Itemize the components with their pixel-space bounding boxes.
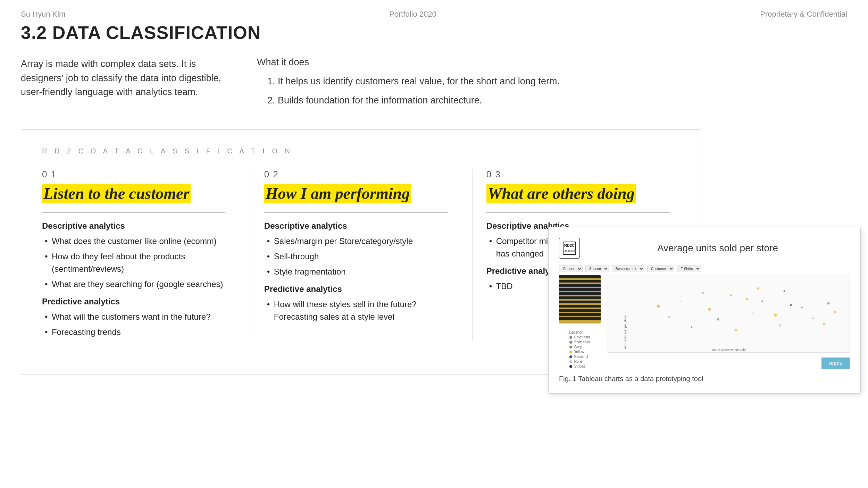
col1-predictive-label: Predictive analytics bbox=[42, 297, 225, 306]
svg-rect-8 bbox=[559, 292, 601, 295]
col1-d-item-2: How do they feel about the products (sen… bbox=[42, 250, 225, 275]
scatter-dot bbox=[730, 294, 732, 296]
svg-rect-11 bbox=[559, 305, 601, 308]
legend-color-data: Color data bbox=[569, 335, 591, 339]
scatter-dot bbox=[657, 305, 660, 308]
col2-descriptive-list: Sales/margin per Store/category/style Se… bbox=[264, 235, 448, 278]
legend-title: Legend: bbox=[569, 330, 591, 334]
svg-text:RD2C: RD2C bbox=[564, 243, 575, 247]
apply-button[interactable]: apply bbox=[821, 357, 850, 369]
tableau-chart-title: Average units sold per store bbox=[585, 243, 850, 254]
rd2c-logo: RD2C By McKinsey bbox=[559, 238, 580, 259]
col-sep-1 bbox=[250, 169, 250, 341]
col1-title: Listen to the customer bbox=[42, 184, 191, 203]
scatter-dot bbox=[834, 311, 836, 313]
col2-d-item-3: Style fragmentation bbox=[264, 266, 448, 278]
tableau-overlay: RD2C By McKinsey Average units sold per … bbox=[548, 227, 861, 394]
x-axis-label: No. of stores where sold bbox=[712, 348, 745, 352]
legend-pattern1: Pattern 1 bbox=[569, 355, 591, 359]
svg-rect-13 bbox=[559, 313, 601, 316]
legend-grey: Grey bbox=[569, 345, 591, 349]
col2-p-item-1: How will these styles sell in the future… bbox=[264, 298, 448, 323]
what-it-does-title: What it does bbox=[257, 57, 847, 68]
portfolio-label: Portfolio 2020 bbox=[389, 10, 436, 19]
scatter-chart: Avg. units sold per store No. of stores … bbox=[608, 275, 850, 353]
legend: Legend: Color data Style color Grey Yell… bbox=[569, 330, 591, 369]
col2-title: How I am performing bbox=[264, 184, 411, 203]
svg-rect-7 bbox=[559, 288, 601, 291]
col1-d-item-3: What are they searching for (google sear… bbox=[42, 278, 225, 291]
shirt-svg bbox=[559, 275, 601, 323]
col1-title-wrapper: Listen to the customer bbox=[42, 183, 225, 204]
svg-rect-12 bbox=[559, 309, 601, 312]
confidential-label: Proprietary & Confidential bbox=[760, 10, 847, 19]
tableau-caption: Fig. 1 Tableau charts as a data prototyp… bbox=[559, 375, 850, 383]
col2-title-wrapper: How I am performing bbox=[264, 183, 448, 204]
scatter-dot bbox=[708, 308, 711, 311]
legend-stripes: Stripes bbox=[569, 364, 591, 368]
card-label: R D 2 C D A T A C L A S S I F I C A T I … bbox=[42, 147, 680, 155]
svg-text:By McKinsey: By McKinsey bbox=[562, 249, 576, 252]
col-sep-2 bbox=[472, 169, 473, 341]
col3-title: What are others doing bbox=[486, 184, 636, 203]
scatter-dot bbox=[735, 329, 737, 331]
intro-section: Array is made with complex data sets. It… bbox=[21, 57, 847, 112]
col1-predictive-list: What will the customers want in the futu… bbox=[42, 311, 225, 338]
scatter-dot bbox=[790, 304, 792, 306]
col1-d-item-1: What does the customer like online (ecom… bbox=[42, 235, 225, 247]
svg-rect-4 bbox=[559, 275, 601, 278]
intro-list-item-2: Builds foundation for the information ar… bbox=[278, 93, 847, 108]
col2-predictive-list: How will these styles sell in the future… bbox=[264, 298, 448, 323]
svg-rect-10 bbox=[559, 301, 601, 303]
shirt-image bbox=[559, 275, 601, 323]
scatter-dot bbox=[778, 324, 781, 327]
col1-p-item-1: What will the customers want in the futu… bbox=[42, 311, 225, 323]
scatter-dot bbox=[757, 287, 759, 289]
scatter-dot bbox=[668, 316, 670, 318]
scatter-dot bbox=[823, 323, 825, 325]
scatter-dot bbox=[745, 298, 748, 300]
page-content: 3.2 DATA CLASSIFICATION Array is made wi… bbox=[0, 22, 868, 396]
category-filter[interactable]: T-Shirts bbox=[677, 266, 701, 272]
legend-none: None bbox=[569, 360, 591, 363]
scatter-dot bbox=[752, 312, 754, 314]
tableau-chart-area: Legend: Color data Style color Grey Yell… bbox=[559, 275, 850, 369]
gender-filter[interactable]: Gender bbox=[559, 266, 583, 272]
col1-descriptive-list: What does the customer like online (ecom… bbox=[42, 235, 225, 291]
col3-number: 0 3 bbox=[486, 169, 670, 180]
season-filter[interactable]: Season bbox=[585, 266, 609, 272]
col3-divider bbox=[486, 212, 670, 213]
top-bar: Su Hyun Kim Portfolio 2020 Proprietary &… bbox=[0, 0, 868, 22]
col1-p-item-2: Forecasting trends bbox=[42, 326, 225, 338]
legend-yellow: Yellow bbox=[569, 350, 591, 354]
scatter-dot bbox=[774, 313, 777, 317]
col3-title-wrapper: What are others doing bbox=[486, 183, 670, 204]
scatter-dot bbox=[717, 318, 719, 321]
col2-descriptive-label: Descriptive analytics bbox=[264, 221, 448, 231]
intro-left: Array is made with complex data sets. It… bbox=[21, 57, 222, 112]
svg-rect-14 bbox=[559, 317, 601, 320]
scatter-dot bbox=[812, 317, 814, 319]
svg-rect-5 bbox=[559, 280, 601, 283]
col1-divider bbox=[42, 212, 225, 213]
author-label: Su Hyun Kim bbox=[21, 10, 65, 19]
col2-d-item-2: Sell-through bbox=[264, 250, 448, 263]
tableau-header: RD2C By McKinsey Average units sold per … bbox=[559, 238, 850, 259]
scatter-dot bbox=[827, 302, 830, 304]
customer-filter[interactable]: Customer bbox=[647, 266, 674, 272]
col1-descriptive-label: Descriptive analytics bbox=[42, 221, 225, 231]
scatter-dot bbox=[680, 301, 682, 302]
col2-number: 0 2 bbox=[264, 169, 448, 180]
col2-d-item-1: Sales/margin per Store/category/style bbox=[264, 235, 448, 247]
filters-row: Gender Season Business unit Customer T-S… bbox=[559, 266, 850, 272]
legend-style-color: Style color bbox=[569, 340, 591, 344]
scatter-dot bbox=[702, 292, 704, 294]
scatter-dot bbox=[691, 326, 692, 328]
rd2c-logo-icon: RD2C By McKinsey bbox=[562, 241, 576, 255]
main-card: R D 2 C D A T A C L A S S I F I C A T I … bbox=[21, 129, 701, 375]
intro-right: What it does It helps us identify custom… bbox=[257, 57, 847, 112]
scatter-dot bbox=[761, 301, 763, 302]
svg-rect-9 bbox=[559, 296, 601, 299]
business-unit-filter[interactable]: Business unit bbox=[612, 266, 644, 272]
intro-list: It helps us identify customers real valu… bbox=[257, 74, 847, 108]
